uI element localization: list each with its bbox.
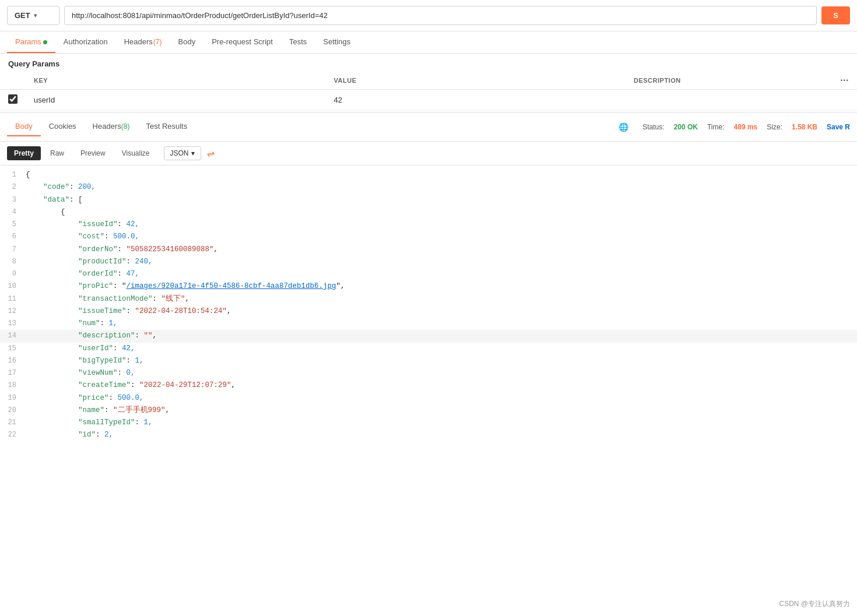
json-line: 5 "issueId": 42, (0, 219, 857, 231)
json-line: 17 "viewNum": 0, (0, 367, 857, 379)
response-tabs: Body Cookies Headers(8) Test Results (7, 117, 619, 136)
time-value: 489 ms (734, 123, 758, 131)
json-content: "orderId": 47, (26, 268, 852, 280)
line-number: 11 (5, 293, 26, 305)
json-content: "cost": 500.0, (26, 231, 852, 243)
col-value: VALUE (326, 72, 626, 90)
json-line: 22 "id": 2, (0, 429, 857, 441)
param-checkbox-cell[interactable] (0, 90, 26, 111)
json-content: "userId": 42, (26, 343, 852, 355)
json-line: 14 "description": "", (0, 330, 857, 342)
line-number: 7 (5, 244, 26, 255)
line-number: 21 (5, 417, 26, 428)
response-meta: 🌐 Status: 200 OK Time: 489 ms Size: 1.58… (619, 122, 850, 132)
chevron-down-icon: ▾ (34, 12, 37, 19)
tab-body[interactable]: Body (170, 31, 204, 53)
status-value: 200 OK (674, 123, 698, 131)
json-line: 21 "smallTypeId": 1, (0, 417, 857, 429)
json-line: 16 "bigTypeId": 1, (0, 355, 857, 367)
json-line: 9 "orderId": 47, (0, 268, 857, 280)
line-number: 3 (5, 194, 26, 206)
format-raw-button[interactable]: Raw (43, 146, 71, 160)
params-table: KEY VALUE DESCRIPTION ··· userId 42 (0, 72, 857, 111)
json-line: 11 "transactionMode": "线下", (0, 293, 857, 305)
json-content: "productId": 240, (26, 256, 852, 268)
format-select-label: JSON (170, 149, 189, 157)
line-number: 19 (5, 392, 26, 404)
json-content: "createTime": "2022-04-29T12:07:29", (26, 379, 852, 392)
chevron-down-icon: ▾ (191, 149, 195, 157)
line-number: 13 (5, 318, 26, 329)
request-tabs: Params Authorization Headers(7) Body Pre… (0, 31, 857, 54)
param-key: userId (26, 90, 326, 111)
format-pretty-button[interactable]: Pretty (7, 146, 41, 160)
line-number: 15 (5, 343, 26, 354)
line-number: 20 (5, 404, 26, 416)
param-checkbox[interactable] (8, 94, 17, 104)
col-description: DESCRIPTION (626, 72, 832, 90)
format-bar: Pretty Raw Preview Visualize JSON ▾ ⇌ (0, 142, 857, 166)
json-content: "viewNum": 0, (26, 367, 852, 379)
response-tab-testresults[interactable]: Test Results (138, 117, 195, 136)
send-button[interactable]: S (821, 6, 850, 24)
json-line: 3 "data": [ (0, 194, 857, 206)
col-key: KEY (26, 72, 326, 90)
json-content: "price": 500.0, (26, 392, 852, 404)
json-content: "orderNo": "505822534160089088", (26, 244, 852, 256)
json-line: 13 "num": 1, (0, 318, 857, 330)
json-line: 15 "userId": 42, (0, 343, 857, 355)
line-number: 17 (5, 367, 26, 379)
json-content: "num": 1, (26, 318, 852, 330)
wrap-icon[interactable]: ⇌ (207, 148, 215, 159)
json-line: 12 "issueTime": "2022-04-28T10:54:24", (0, 305, 857, 318)
method-label: GET (15, 11, 30, 20)
time-label: Time: (707, 123, 725, 131)
json-content: "smallTypeId": 1, (26, 417, 852, 429)
json-content: "data": [ (26, 194, 852, 206)
response-tab-headers[interactable]: Headers(8) (85, 117, 138, 136)
json-line: 8 "productId": 240, (0, 256, 857, 268)
tab-authorization[interactable]: Authorization (55, 31, 116, 53)
save-response-button[interactable]: Save R (827, 123, 850, 131)
line-number: 22 (5, 429, 26, 441)
json-line: 19 "price": 500.0, (0, 392, 857, 404)
tab-tests[interactable]: Tests (281, 31, 315, 53)
line-number: 14 (5, 330, 26, 342)
line-number: 16 (5, 355, 26, 367)
col-checkbox (0, 72, 26, 90)
method-dropdown[interactable]: GET ▾ (7, 6, 59, 25)
response-tab-cookies[interactable]: Cookies (41, 117, 85, 136)
tab-prerequest[interactable]: Pre-request Script (203, 31, 281, 53)
response-header: Body Cookies Headers(8) Test Results 🌐 S… (0, 112, 857, 142)
url-input[interactable] (64, 6, 817, 25)
tab-settings[interactable]: Settings (315, 31, 359, 53)
line-number: 8 (5, 256, 26, 267)
json-line: 2 "code": 200, (0, 181, 857, 193)
line-number: 9 (5, 268, 26, 280)
json-link[interactable]: /images/920a171e-4f50-4586-8cbf-4aa87deb… (127, 282, 336, 290)
json-content: "description": "", (26, 330, 852, 342)
format-preview-button[interactable]: Preview (73, 146, 113, 160)
response-tab-body[interactable]: Body (7, 117, 41, 136)
tab-params[interactable]: Params (7, 31, 55, 53)
json-content: "transactionMode": "线下", (26, 293, 852, 305)
more-icon: ··· (840, 75, 849, 85)
line-number: 10 (5, 280, 26, 292)
param-more (832, 90, 857, 111)
line-number: 18 (5, 379, 26, 391)
json-line: 6 "cost": 500.0, (0, 231, 857, 243)
json-viewer: 1{2 "code": 200,3 "data": [4 {5 "issueId… (0, 166, 857, 445)
url-bar: GET ▾ S (0, 0, 857, 31)
json-content: "proPic": "/images/920a171e-4f50-4586-8c… (26, 280, 852, 293)
line-number: 2 (5, 181, 26, 193)
format-select-dropdown[interactable]: JSON ▾ (164, 146, 201, 160)
json-content: "code": 200, (26, 181, 852, 193)
format-visualize-button[interactable]: Visualize (115, 146, 157, 160)
tab-headers[interactable]: Headers(7) (116, 31, 170, 53)
json-line: 20 "name": "二手手机999", (0, 404, 857, 417)
line-number: 12 (5, 305, 26, 317)
size-label: Size: (767, 123, 782, 131)
json-content: "bigTypeId": 1, (26, 355, 852, 367)
json-content: "issueId": 42, (26, 219, 852, 231)
globe-icon: 🌐 (619, 122, 628, 132)
